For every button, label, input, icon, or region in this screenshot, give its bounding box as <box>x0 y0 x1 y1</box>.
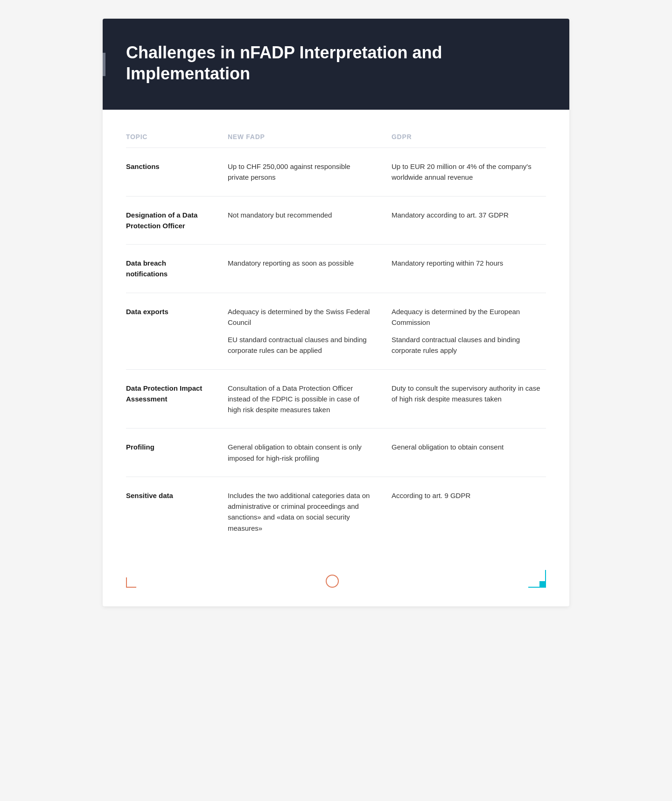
cell-new-fadp: Consultation of a Data Protection Office… <box>218 369 382 429</box>
table-row: Data breach notificationsMandatory repor… <box>126 245 546 293</box>
table-row: Sensitive dataIncludes the two additiona… <box>126 477 546 547</box>
footer-corner-left-icon <box>126 577 136 588</box>
cell-new-fadp: General obligation to obtain consent is … <box>218 429 382 477</box>
cell-topic: Sanctions <box>126 148 218 197</box>
footer-circle-icon <box>326 575 339 588</box>
cell-new-fadp: Not mandatory but recommended <box>218 196 382 245</box>
cell-gdpr: Adequacy is determined by the European C… <box>382 293 546 369</box>
cell-topic: Profiling <box>126 429 218 477</box>
table-row: Data exportsAdequacy is determined by th… <box>126 293 546 369</box>
col-topic: Topic <box>126 124 218 148</box>
cell-topic: Designation of a Data Protection Officer <box>126 196 218 245</box>
footer-corner-right-icon <box>528 570 546 588</box>
cell-new-fadp: Mandatory reporting as soon as possible <box>218 245 382 293</box>
cell-gdpr: General obligation to obtain consent <box>382 429 546 477</box>
table-header-row: Topic New FADP GDPR <box>126 124 546 148</box>
table-container: Topic New FADP GDPR SanctionsUp to CHF 2… <box>103 110 569 575</box>
cell-gdpr: Mandatory according to art. 37 GDPR <box>382 196 546 245</box>
cell-gdpr: According to art. 9 GDPR <box>382 477 546 547</box>
page-header: Challenges in nFADP Interpretation and I… <box>103 19 569 110</box>
cell-gdpr: Mandatory reporting within 72 hours <box>382 245 546 293</box>
main-card: Challenges in nFADP Interpretation and I… <box>103 19 569 606</box>
header-accent-bar <box>103 53 105 76</box>
comparison-table: Topic New FADP GDPR SanctionsUp to CHF 2… <box>126 124 546 547</box>
cell-topic: Sensitive data <box>126 477 218 547</box>
table-row: Data Protection Impact AssessmentConsult… <box>126 369 546 429</box>
col-gdpr: GDPR <box>382 124 546 148</box>
table-row: Designation of a Data Protection Officer… <box>126 196 546 245</box>
col-new-fadp: New FADP <box>218 124 382 148</box>
page-title: Challenges in nFADP Interpretation and I… <box>126 42 546 84</box>
footer-decorations <box>103 565 569 606</box>
cell-gdpr: Duty to consult the supervisory authorit… <box>382 369 546 429</box>
cell-topic: Data exports <box>126 293 218 369</box>
cell-new-fadp: Up to CHF 250,000 against responsible pr… <box>218 148 382 197</box>
cell-topic: Data Protection Impact Assessment <box>126 369 218 429</box>
cell-gdpr: Up to EUR 20 million or 4% of the compan… <box>382 148 546 197</box>
table-row: SanctionsUp to CHF 250,000 against respo… <box>126 148 546 197</box>
table-row: ProfilingGeneral obligation to obtain co… <box>126 429 546 477</box>
cell-new-fadp: Includes the two additional categories d… <box>218 477 382 547</box>
cell-new-fadp: Adequacy is determined by the Swiss Fede… <box>218 293 382 369</box>
cell-topic: Data breach notifications <box>126 245 218 293</box>
